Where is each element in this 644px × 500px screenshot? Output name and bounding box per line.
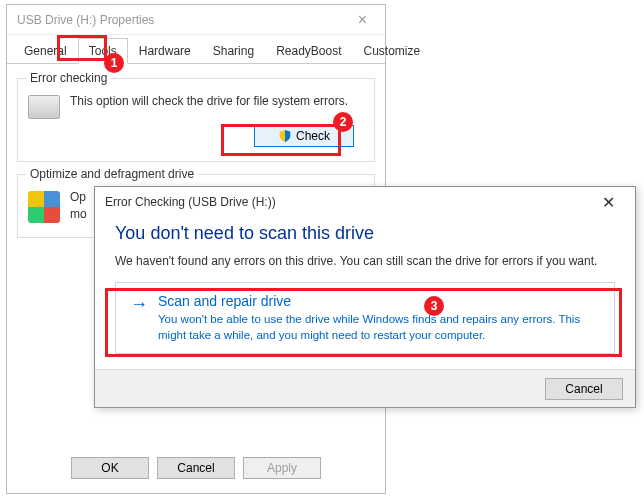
close-icon[interactable]: ×: [350, 11, 375, 29]
error-checking-group: Error checking This option will check th…: [17, 78, 375, 162]
tab-tools[interactable]: Tools: [78, 38, 128, 64]
scan-repair-option[interactable]: → Scan and repair drive You won't be abl…: [115, 282, 615, 354]
group-title: Optimize and defragment drive: [26, 167, 198, 181]
shield-icon: [278, 129, 292, 143]
tabs-bar: General Tools Hardware Sharing ReadyBoos…: [7, 35, 385, 64]
scan-option-title: Scan and repair drive: [158, 293, 600, 309]
tab-customize[interactable]: Customize: [353, 38, 432, 64]
dialog-titlebar: Error Checking (USB Drive (H:)) ✕: [95, 187, 635, 217]
window-title: USB Drive (H:) Properties: [17, 13, 350, 27]
cancel-button[interactable]: Cancel: [157, 457, 235, 479]
drive-icon: [28, 95, 60, 119]
apply-button: Apply: [243, 457, 321, 479]
dialog-buttons: OK Cancel Apply: [7, 457, 385, 479]
cancel-button[interactable]: Cancel: [545, 378, 623, 400]
error-checking-desc: This option will check the drive for fil…: [70, 93, 364, 110]
check-button[interactable]: Check: [254, 125, 354, 147]
error-checking-dialog: Error Checking (USB Drive (H:)) ✕ You do…: [94, 186, 636, 408]
optimize-icon: [28, 191, 60, 223]
close-icon[interactable]: ✕: [592, 189, 625, 216]
tab-hardware[interactable]: Hardware: [128, 38, 202, 64]
dialog-body: You don't need to scan this drive We hav…: [95, 217, 635, 354]
arrow-right-icon: →: [130, 295, 148, 343]
tab-readyboost[interactable]: ReadyBoost: [265, 38, 352, 64]
ok-button[interactable]: OK: [71, 457, 149, 479]
dialog-subtext: We haven't found any errors on this driv…: [115, 254, 615, 268]
dialog-footer: Cancel: [95, 369, 635, 407]
tab-general[interactable]: General: [13, 38, 78, 64]
scan-option-desc: You won't be able to use the drive while…: [158, 311, 600, 343]
check-button-label: Check: [296, 129, 330, 143]
dialog-headline: You don't need to scan this drive: [115, 223, 615, 244]
group-title: Error checking: [26, 71, 111, 85]
tab-sharing[interactable]: Sharing: [202, 38, 265, 64]
titlebar: USB Drive (H:) Properties ×: [7, 5, 385, 35]
dialog-title: Error Checking (USB Drive (H:)): [105, 195, 592, 209]
